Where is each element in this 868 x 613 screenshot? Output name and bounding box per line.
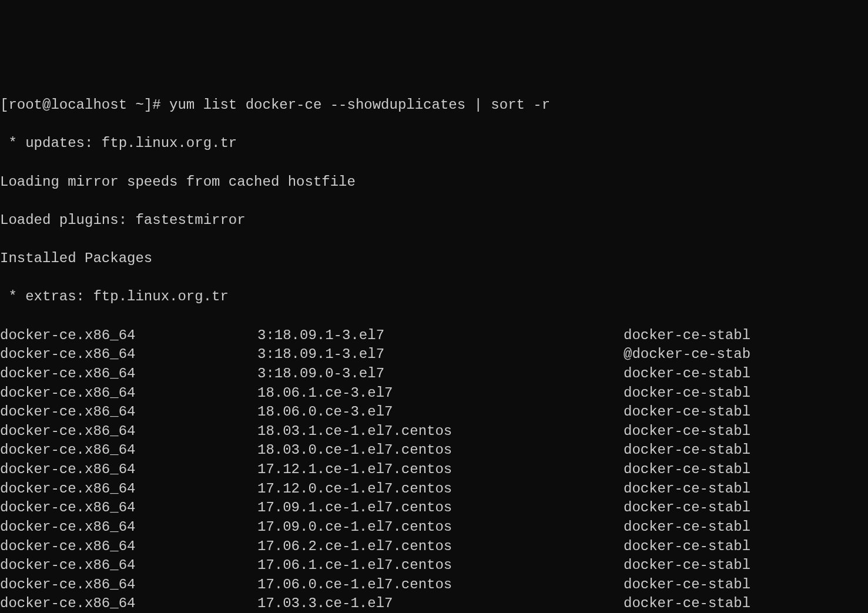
package-name: docker-ce.x86_64 bbox=[0, 518, 257, 537]
package-name: docker-ce.x86_64 bbox=[0, 422, 257, 441]
package-row: docker-ce.x86_6417.09.0.ce-1.el7.centosd… bbox=[0, 518, 868, 537]
package-repo: docker-ce-stabl bbox=[624, 594, 750, 613]
package-name: docker-ce.x86_64 bbox=[0, 364, 257, 384]
package-row: docker-ce.x86_6417.12.1.ce-1.el7.centosd… bbox=[0, 460, 868, 480]
package-repo: docker-ce-stabl bbox=[624, 518, 750, 537]
package-row: docker-ce.x86_643:18.09.1-3.el7@docker-c… bbox=[0, 345, 868, 364]
package-version: 3:18.09.1-3.el7 bbox=[257, 326, 624, 346]
package-row: docker-ce.x86_6417.03.3.ce-1.el7docker-c… bbox=[0, 594, 868, 613]
package-row: docker-ce.x86_643:18.09.1-3.el7docker-ce… bbox=[0, 326, 868, 346]
package-row: docker-ce.x86_6417.06.0.ce-1.el7.centosd… bbox=[0, 575, 868, 595]
package-repo: docker-ce-stabl bbox=[624, 441, 750, 460]
package-name: docker-ce.x86_64 bbox=[0, 326, 257, 346]
package-row: docker-ce.x86_6417.09.1.ce-1.el7.centosd… bbox=[0, 498, 868, 518]
package-name: docker-ce.x86_64 bbox=[0, 460, 257, 480]
package-name: docker-ce.x86_64 bbox=[0, 480, 257, 499]
package-version: 3:18.09.1-3.el7 bbox=[257, 345, 624, 364]
package-name: docker-ce.x86_64 bbox=[0, 575, 257, 595]
package-repo: docker-ce-stabl bbox=[624, 384, 750, 403]
mirror-updates-line: * updates: ftp.linux.org.tr bbox=[0, 134, 868, 153]
package-row: docker-ce.x86_6417.12.0.ce-1.el7.centosd… bbox=[0, 480, 868, 499]
package-version: 17.06.0.ce-1.el7.centos bbox=[257, 575, 624, 595]
package-name: docker-ce.x86_64 bbox=[0, 556, 257, 575]
package-repo: docker-ce-stabl bbox=[624, 575, 750, 595]
package-version: 18.06.0.ce-3.el7 bbox=[257, 403, 624, 422]
package-repo: docker-ce-stabl bbox=[624, 460, 750, 480]
package-row: docker-ce.x86_6417.06.1.ce-1.el7.centosd… bbox=[0, 556, 868, 575]
package-repo: docker-ce-stabl bbox=[624, 480, 750, 499]
package-row: docker-ce.x86_6418.03.0.ce-1.el7.centosd… bbox=[0, 441, 868, 460]
loading-mirror-line: Loading mirror speeds from cached hostfi… bbox=[0, 173, 868, 192]
command-prompt: [root@localhost ~]# yum list docker-ce -… bbox=[0, 96, 868, 115]
package-repo: docker-ce-stabl bbox=[624, 326, 750, 346]
package-repo: docker-ce-stabl bbox=[624, 422, 750, 441]
package-version: 17.06.1.ce-1.el7.centos bbox=[257, 556, 624, 575]
package-version: 18.03.0.ce-1.el7.centos bbox=[257, 441, 624, 460]
package-name: docker-ce.x86_64 bbox=[0, 441, 257, 460]
package-version: 18.06.1.ce-3.el7 bbox=[257, 384, 624, 403]
package-name: docker-ce.x86_64 bbox=[0, 537, 257, 557]
package-row: docker-ce.x86_6418.06.0.ce-3.el7docker-c… bbox=[0, 403, 868, 422]
package-version: 17.09.1.ce-1.el7.centos bbox=[257, 498, 624, 518]
package-name: docker-ce.x86_64 bbox=[0, 498, 257, 518]
package-version: 17.09.0.ce-1.el7.centos bbox=[257, 518, 624, 537]
package-version: 18.03.1.ce-1.el7.centos bbox=[257, 422, 624, 441]
package-version: 17.06.2.ce-1.el7.centos bbox=[257, 537, 624, 557]
package-name: docker-ce.x86_64 bbox=[0, 403, 257, 422]
package-row: docker-ce.x86_643:18.09.0-3.el7docker-ce… bbox=[0, 364, 868, 384]
package-version: 17.12.1.ce-1.el7.centos bbox=[257, 460, 624, 480]
package-row: docker-ce.x86_6418.03.1.ce-1.el7.centosd… bbox=[0, 422, 868, 441]
package-row: docker-ce.x86_6418.06.1.ce-3.el7docker-c… bbox=[0, 384, 868, 403]
package-version: 17.03.3.ce-1.el7 bbox=[257, 594, 624, 613]
package-row: docker-ce.x86_6417.06.2.ce-1.el7.centosd… bbox=[0, 537, 868, 557]
package-version: 17.12.0.ce-1.el7.centos bbox=[257, 480, 624, 499]
package-repo: docker-ce-stabl bbox=[624, 556, 750, 575]
loaded-plugins-line: Loaded plugins: fastestmirror bbox=[0, 211, 868, 230]
package-repo: docker-ce-stabl bbox=[624, 537, 750, 557]
package-repo: @docker-ce-stab bbox=[624, 345, 750, 364]
installed-packages-header: Installed Packages bbox=[0, 249, 868, 269]
package-version: 3:18.09.0-3.el7 bbox=[257, 364, 624, 384]
package-name: docker-ce.x86_64 bbox=[0, 345, 257, 364]
package-repo: docker-ce-stabl bbox=[624, 498, 750, 518]
terminal-output: [root@localhost ~]# yum list docker-ce -… bbox=[0, 77, 868, 614]
mirror-extras-line: * extras: ftp.linux.org.tr bbox=[0, 287, 868, 307]
package-list: docker-ce.x86_643:18.09.1-3.el7docker-ce… bbox=[0, 326, 868, 613]
package-name: docker-ce.x86_64 bbox=[0, 594, 257, 613]
package-repo: docker-ce-stabl bbox=[624, 364, 750, 384]
package-name: docker-ce.x86_64 bbox=[0, 384, 257, 403]
package-repo: docker-ce-stabl bbox=[624, 403, 750, 422]
